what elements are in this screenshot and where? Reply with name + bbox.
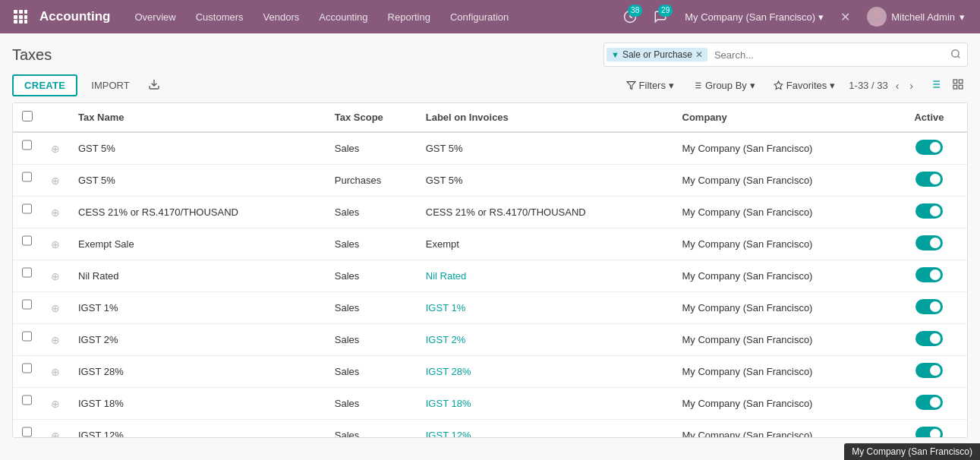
group-by-button[interactable]: Group By ▾: [688, 77, 760, 94]
messages-button[interactable]: 29: [648, 5, 673, 29]
row-checkbox-cell[interactable]: [13, 197, 40, 221]
table-row[interactable]: ⊕Nil RatedSalesNil RatedMy Company (San …: [13, 260, 967, 292]
drag-handle-icon[interactable]: ⊕: [51, 238, 60, 250]
active-cell[interactable]: [891, 324, 967, 356]
drag-handle[interactable]: ⊕: [42, 420, 69, 438]
row-checkbox[interactable]: [22, 172, 32, 182]
list-view-button[interactable]: [925, 76, 945, 96]
active-toggle[interactable]: [915, 427, 943, 437]
company-selector[interactable]: My Company (San Francisco) ▾: [679, 8, 830, 26]
apps-menu-icon[interactable]: [9, 5, 32, 28]
row-checkbox-cell[interactable]: [13, 420, 40, 437]
label-link[interactable]: IGST 1%: [426, 302, 466, 313]
drag-handle[interactable]: ⊕: [42, 388, 69, 420]
nav-configuration[interactable]: Configuration: [441, 7, 518, 27]
active-cell[interactable]: [891, 420, 967, 438]
search-input[interactable]: [710, 49, 944, 61]
pager-prev-button[interactable]: ‹: [893, 78, 903, 93]
row-checkbox[interactable]: [22, 427, 32, 437]
pager-next-button[interactable]: ›: [906, 78, 916, 93]
row-checkbox[interactable]: [22, 395, 32, 405]
select-all-checkbox-cell[interactable]: [13, 103, 42, 132]
nav-accounting[interactable]: Accounting: [310, 7, 377, 27]
row-checkbox[interactable]: [22, 203, 32, 214]
row-checkbox-cell[interactable]: [13, 356, 40, 380]
label-link[interactable]: IGST 18%: [426, 398, 471, 409]
label-link[interactable]: IGST 12%: [426, 430, 471, 437]
close-icon[interactable]: ✕: [836, 7, 855, 27]
row-checkbox-cell[interactable]: [13, 228, 40, 253]
active-cell[interactable]: [891, 197, 967, 228]
active-toggle[interactable]: [915, 267, 943, 282]
row-checkbox[interactable]: [22, 267, 32, 278]
drag-handle[interactable]: ⊕: [42, 324, 69, 356]
nav-overview[interactable]: Overview: [126, 7, 185, 27]
row-checkbox[interactable]: [22, 331, 32, 342]
table-row[interactable]: ⊕CESS 21% or RS.4170/THOUSANDSalesCESS 2…: [13, 197, 967, 228]
drag-handle[interactable]: ⊕: [42, 197, 69, 228]
drag-handle-icon[interactable]: ⊕: [51, 143, 60, 155]
activity-button[interactable]: 38: [618, 5, 642, 29]
drag-handle[interactable]: ⊕: [42, 228, 69, 260]
active-cell[interactable]: [891, 388, 967, 420]
col-header-scope[interactable]: Tax Scope: [326, 103, 417, 132]
active-toggle[interactable]: [915, 235, 943, 250]
col-header-active[interactable]: Active: [891, 103, 967, 132]
filter-tag-remove[interactable]: ✕: [695, 49, 703, 60]
active-toggle[interactable]: [915, 203, 943, 219]
create-button[interactable]: CREATE: [12, 74, 77, 96]
active-toggle[interactable]: [915, 363, 943, 378]
active-toggle[interactable]: [915, 395, 943, 410]
active-cell[interactable]: [891, 228, 967, 260]
drag-handle[interactable]: ⊕: [42, 356, 69, 388]
row-checkbox[interactable]: [22, 235, 32, 246]
favorites-button[interactable]: Favorites ▾: [769, 77, 840, 94]
row-checkbox[interactable]: [22, 140, 32, 150]
table-row[interactable]: ⊕IGST 28%SalesIGST 28%My Company (San Fr…: [13, 356, 967, 388]
table-row[interactable]: ⊕IGST 12%SalesIGST 12%My Company (San Fr…: [13, 420, 967, 438]
col-header-taxname[interactable]: Tax Name: [69, 103, 326, 132]
drag-handle-icon[interactable]: ⊕: [51, 270, 60, 282]
row-checkbox-cell[interactable]: [13, 165, 40, 189]
search-filter-tag[interactable]: ▼ Sale or Purchase ✕: [607, 48, 707, 61]
select-all-checkbox[interactable]: [22, 111, 33, 121]
drag-handle-icon[interactable]: ⊕: [51, 206, 60, 219]
drag-handle-icon[interactable]: ⊕: [51, 366, 60, 378]
grid-view-button[interactable]: [948, 76, 968, 96]
table-row[interactable]: ⊕IGST 1%SalesIGST 1%My Company (San Fran…: [13, 292, 967, 324]
drag-handle[interactable]: ⊕: [42, 165, 69, 197]
col-header-company[interactable]: Company: [673, 103, 892, 132]
table-row[interactable]: ⊕IGST 2%SalesIGST 2%My Company (San Fran…: [13, 324, 967, 356]
table-row[interactable]: ⊕GST 5%SalesGST 5%My Company (San Franci…: [13, 132, 967, 165]
download-button[interactable]: [143, 75, 165, 96]
active-toggle[interactable]: [915, 331, 943, 346]
filters-button[interactable]: Filters ▾: [622, 77, 679, 94]
table-row[interactable]: ⊕Exempt SaleSalesExemptMy Company (San F…: [13, 228, 967, 260]
label-link[interactable]: IGST 28%: [426, 366, 471, 377]
nav-customers[interactable]: Customers: [187, 7, 253, 27]
label-link[interactable]: IGST 2%: [426, 334, 466, 345]
active-toggle[interactable]: [915, 140, 943, 155]
drag-handle-icon[interactable]: ⊕: [51, 302, 60, 314]
import-button[interactable]: IMPORT: [87, 77, 134, 94]
row-checkbox[interactable]: [22, 299, 32, 310]
row-checkbox[interactable]: [22, 363, 32, 373]
drag-handle-icon[interactable]: ⊕: [51, 175, 60, 187]
drag-handle-icon[interactable]: ⊕: [51, 334, 60, 346]
nav-reporting[interactable]: Reporting: [379, 7, 440, 27]
table-scroll-area[interactable]: Tax Name Tax Scope Label on Invoices Com…: [13, 103, 967, 437]
row-checkbox-cell[interactable]: [13, 292, 40, 317]
active-cell[interactable]: [891, 356, 967, 388]
active-toggle[interactable]: [915, 172, 943, 187]
row-checkbox-cell[interactable]: [13, 324, 40, 348]
drag-handle-icon[interactable]: ⊕: [51, 430, 60, 438]
table-row[interactable]: ⊕IGST 18%SalesIGST 18%My Company (San Fr…: [13, 388, 967, 420]
active-cell[interactable]: [891, 260, 967, 292]
row-checkbox-cell[interactable]: [13, 260, 40, 285]
active-cell[interactable]: [891, 132, 967, 165]
search-submit-button[interactable]: [944, 46, 967, 65]
row-checkbox-cell[interactable]: [13, 133, 40, 157]
drag-handle[interactable]: ⊕: [42, 132, 69, 165]
row-checkbox-cell[interactable]: [13, 388, 40, 412]
drag-handle[interactable]: ⊕: [42, 260, 69, 292]
